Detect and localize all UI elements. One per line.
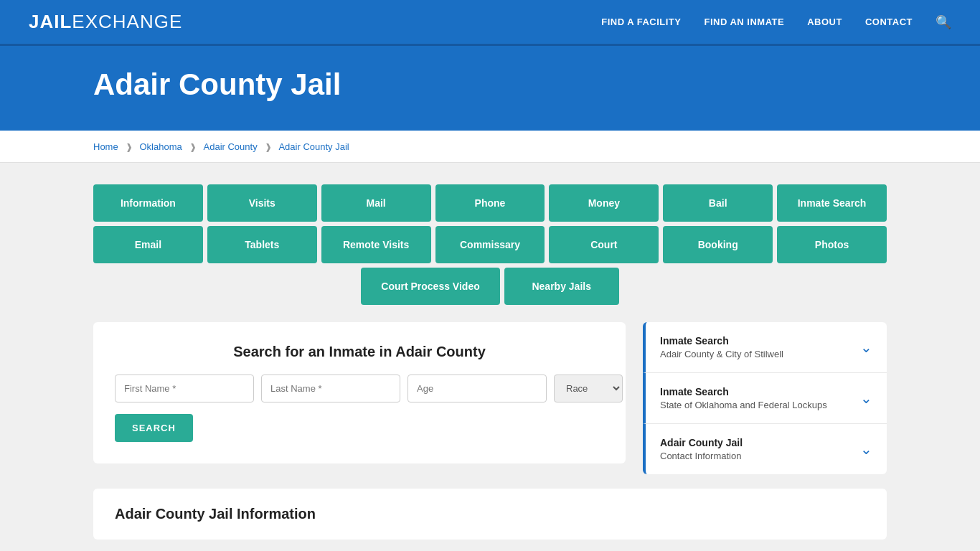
lower-section: Search for an Inmate in Adair County Rac… bbox=[93, 322, 887, 474]
tile-bail[interactable]: Bail bbox=[663, 184, 773, 222]
sidebar-card-contact-information[interactable]: Adair County Jail Contact Information ⌄ bbox=[643, 424, 887, 474]
sidebar-card-title-2: Inmate Search bbox=[660, 386, 827, 397]
search-button[interactable]: SEARCH bbox=[115, 414, 193, 442]
sidebar-card-title-1: Inmate Search bbox=[660, 335, 783, 347]
breadcrumb-sep-3: ❱ bbox=[265, 142, 272, 152]
breadcrumb-sep-1: ❱ bbox=[126, 142, 133, 152]
search-title: Search for an Inmate in Adair County bbox=[115, 344, 604, 360]
breadcrumb-oklahoma[interactable]: Oklahoma bbox=[139, 141, 182, 152]
page-title: Adair County Jail bbox=[93, 67, 887, 102]
tile-booking[interactable]: Booking bbox=[663, 226, 773, 263]
tile-grid-row3: Court Process Video Nearby Jails bbox=[93, 268, 887, 305]
chevron-down-icon-3: ⌄ bbox=[860, 441, 872, 458]
race-select[interactable]: Race White Black Hispanic Asian Other bbox=[554, 375, 623, 402]
sidebar-card-text-1: Inmate Search Adair County & City of Sti… bbox=[660, 335, 783, 359]
sidebar-cards: Inmate Search Adair County & City of Sti… bbox=[643, 322, 887, 474]
tile-tablets[interactable]: Tablets bbox=[207, 226, 317, 263]
nav-find-inmate[interactable]: FIND AN INMATE bbox=[704, 17, 784, 27]
inmate-search-box: Search for an Inmate in Adair County Rac… bbox=[93, 322, 626, 463]
hero-section: Adair County Jail bbox=[0, 46, 980, 131]
last-name-input[interactable] bbox=[261, 375, 400, 402]
tile-mail[interactable]: Mail bbox=[321, 184, 431, 222]
first-name-input[interactable] bbox=[115, 375, 254, 402]
tile-grid-row1: Information Visits Mail Phone Money Bail… bbox=[93, 184, 887, 222]
chevron-down-icon-1: ⌄ bbox=[860, 339, 872, 356]
search-icon[interactable]: 🔍 bbox=[936, 14, 951, 30]
nav-about[interactable]: ABOUT bbox=[807, 17, 842, 27]
search-fields: Race White Black Hispanic Asian Other bbox=[115, 375, 604, 402]
sidebar-card-title-3: Adair County Jail bbox=[660, 437, 743, 448]
tile-information[interactable]: Information bbox=[93, 184, 203, 222]
tile-photos[interactable]: Photos bbox=[777, 226, 887, 263]
tile-commissary[interactable]: Commissary bbox=[435, 226, 545, 263]
tile-phone[interactable]: Phone bbox=[435, 184, 545, 222]
navbar: JAILEXCHANGE FIND A FACILITY FIND AN INM… bbox=[0, 0, 980, 46]
sidebar-card-inmate-search-adair[interactable]: Inmate Search Adair County & City of Sti… bbox=[643, 322, 887, 373]
tile-visits[interactable]: Visits bbox=[207, 184, 317, 222]
breadcrumb-adair-county[interactable]: Adair County bbox=[204, 141, 258, 152]
breadcrumb-sep-2: ❱ bbox=[189, 142, 197, 152]
tile-email[interactable]: Email bbox=[93, 226, 203, 263]
breadcrumb: Home ❱ Oklahoma ❱ Adair County ❱ Adair C… bbox=[0, 131, 980, 163]
sidebar-card-inmate-search-oklahoma[interactable]: Inmate Search State of Oklahoma and Fede… bbox=[643, 373, 887, 424]
tile-court-process-video[interactable]: Court Process Video bbox=[361, 268, 499, 305]
logo-jail-text: JAIL bbox=[29, 11, 72, 32]
tile-remote-visits[interactable]: Remote Visits bbox=[321, 226, 431, 263]
age-input[interactable] bbox=[407, 375, 547, 402]
tile-inmate-search[interactable]: Inmate Search bbox=[777, 184, 887, 222]
nav-contact[interactable]: CONTACT bbox=[865, 17, 913, 27]
bottom-info-section: Adair County Jail Information bbox=[93, 489, 887, 540]
sidebar-card-text-2: Inmate Search State of Oklahoma and Fede… bbox=[660, 386, 827, 410]
tile-money[interactable]: Money bbox=[549, 184, 659, 222]
tile-court[interactable]: Court bbox=[549, 226, 659, 263]
sidebar-card-text-3: Adair County Jail Contact Information bbox=[660, 437, 743, 461]
tile-grid-row2: Email Tablets Remote Visits Commissary C… bbox=[93, 226, 887, 263]
logo-exchange-text: EXCHANGE bbox=[72, 11, 182, 32]
nav-find-facility[interactable]: FIND A FACILITY bbox=[601, 17, 681, 27]
breadcrumb-home[interactable]: Home bbox=[93, 141, 118, 152]
chevron-down-icon-2: ⌄ bbox=[860, 390, 872, 407]
logo[interactable]: JAILEXCHANGE bbox=[29, 11, 182, 33]
sidebar-card-subtitle-3: Contact Information bbox=[660, 451, 743, 461]
bottom-info-title: Adair County Jail Information bbox=[115, 506, 865, 522]
breadcrumb-current: Adair County Jail bbox=[278, 141, 349, 152]
nav-links: FIND A FACILITY FIND AN INMATE ABOUT CON… bbox=[601, 14, 951, 30]
tile-nearby-jails[interactable]: Nearby Jails bbox=[504, 268, 619, 305]
sidebar-card-subtitle-1: Adair County & City of Stilwell bbox=[660, 349, 783, 359]
main-content: Information Visits Mail Phone Money Bail… bbox=[0, 163, 980, 551]
sidebar-card-subtitle-2: State of Oklahoma and Federal Lockups bbox=[660, 400, 827, 410]
